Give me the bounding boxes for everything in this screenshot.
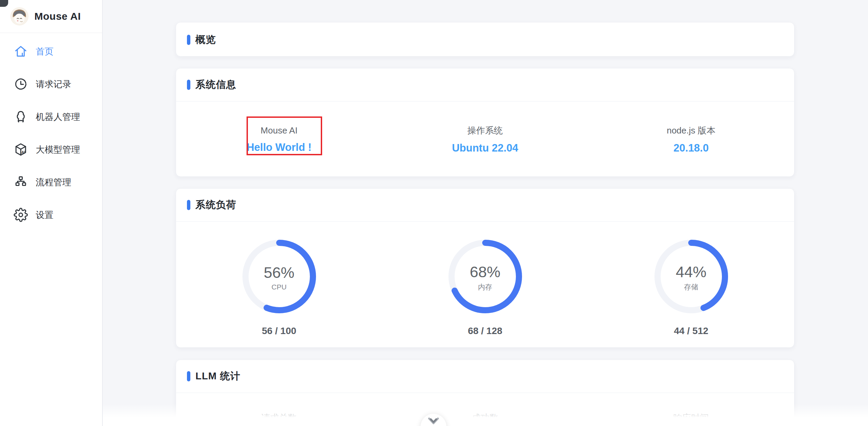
sidebar-item-settings[interactable]: 设置: [0, 199, 102, 231]
info-label: Mouse AI: [261, 125, 297, 136]
sidebar-item-label: 请求记录: [36, 78, 71, 90]
settings-icon: [14, 208, 28, 222]
gauge-label: 内存: [478, 282, 492, 292]
sidebar-item-label: 首页: [36, 46, 53, 58]
info-col-app: Mouse AI Hello World !: [176, 101, 382, 177]
chevrons-down-icon: [427, 417, 440, 426]
llm-stat-label-partial: 成功数: [472, 412, 499, 424]
gauge-label: 存储: [684, 282, 698, 292]
history-icon: [14, 77, 28, 91]
info-col-node: node.js 版本 20.18.0: [588, 101, 794, 177]
sidebar-item-robot-management[interactable]: 机器人管理: [0, 100, 102, 133]
llm-stats-card: LLM 统计 请求总数 成功数 响应时间: [176, 360, 794, 426]
gauge-percent: 44%: [676, 263, 706, 281]
home-icon: [14, 44, 28, 59]
info-label: node.js 版本: [667, 125, 715, 137]
accent-bar: [187, 35, 190, 45]
llm-cube-icon: AI: [14, 142, 28, 157]
sidebar-item-llm-management[interactable]: AI 大模型管理: [0, 133, 102, 166]
info-value: 20.18.0: [674, 142, 709, 154]
info-value: Hello World !: [247, 141, 312, 154]
sidebar-item-request-log[interactable]: 请求记录: [0, 68, 102, 100]
flow-icon: [14, 175, 28, 189]
robot-icon: [14, 110, 28, 124]
sidebar: Mouse AI 首页 请求记录: [0, 0, 102, 426]
overview-card: 概览: [176, 22, 794, 57]
app-title: Mouse AI: [34, 11, 81, 22]
info-value: Ubuntu 22.04: [452, 142, 518, 154]
gauge-percent: 56%: [264, 264, 294, 282]
mouse-avatar: [10, 7, 29, 26]
llm-stat-label-partial: 请求总数: [262, 412, 297, 424]
gauge-storage: 44% 存储 44 / 512: [588, 240, 794, 336]
gauge-label: CPU: [271, 283, 286, 291]
accent-bar: [187, 80, 190, 90]
sidebar-item-home[interactable]: 首页: [0, 35, 102, 68]
gauge-memory: 68% 内存 68 / 128: [382, 240, 588, 336]
sidebar-item-label: 设置: [36, 209, 53, 221]
gauge-cpu: 56% CPU 56 / 100: [176, 240, 382, 336]
system-info-card: 系统信息 Mouse AI Hello World ! 操作系统 Ubuntu …: [176, 68, 794, 177]
accent-bar: [187, 371, 190, 381]
sidebar-item-label: 流程管理: [36, 176, 71, 188]
system-load-card: 系统负荷 56% CPU 56 / 100: [176, 188, 794, 348]
gauge-ratio: 68 / 128: [468, 326, 502, 336]
system-info-card-title: 系统信息: [195, 78, 236, 92]
accent-bar: [187, 200, 190, 210]
system-load-card-title: 系统负荷: [195, 198, 236, 212]
gauge-percent: 68%: [470, 263, 500, 281]
gauge-ratio: 44 / 512: [674, 326, 708, 336]
info-col-os: 操作系统 Ubuntu 22.04: [382, 101, 588, 177]
sidebar-item-label: 机器人管理: [36, 111, 80, 123]
app-logo-row: Mouse AI: [0, 0, 102, 33]
gauge-ratio: 56 / 100: [262, 326, 296, 336]
info-label: 操作系统: [468, 125, 503, 137]
svg-text:AI: AI: [21, 150, 25, 154]
sidebar-item-label: 大模型管理: [36, 144, 80, 156]
sidebar-menu: 首页 请求记录 机器人管理: [0, 35, 102, 231]
sidebar-item-flow-management[interactable]: 流程管理: [0, 166, 102, 199]
llm-stat-label-partial: 响应时间: [674, 412, 709, 424]
llm-stats-card-title: LLM 统计: [195, 369, 240, 383]
overview-card-title: 概览: [195, 33, 216, 47]
